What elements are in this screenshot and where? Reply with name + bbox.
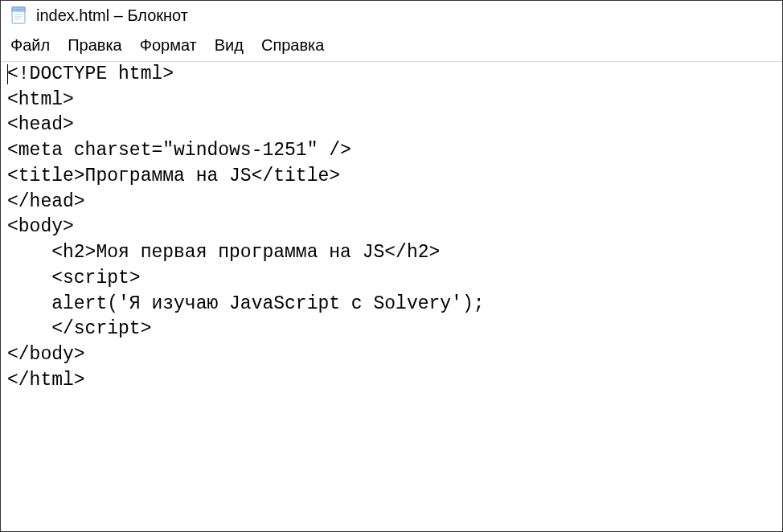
line: <h2>Моя первая программа на JS</h2> (7, 242, 440, 263)
svg-point-5 (21, 9, 22, 10)
line: </script> (7, 318, 151, 339)
line: </body> (7, 344, 85, 365)
notepad-window: index.html – Блокнот Файл Правка Формат … (0, 0, 783, 532)
menu-format[interactable]: Формат (138, 35, 199, 56)
svg-rect-1 (12, 7, 25, 11)
menu-view[interactable]: Вид (213, 35, 245, 56)
line: <body> (7, 216, 74, 237)
editor-area[interactable]: <!DOCTYPE html> <html> <head> <meta char… (1, 62, 782, 531)
line: <head> (7, 114, 74, 135)
line: <html> (7, 89, 74, 110)
line: </html> (7, 370, 85, 391)
line: <!DOCTYPE html> (7, 63, 174, 84)
svg-point-4 (18, 9, 19, 10)
menu-help[interactable]: Справка (260, 35, 326, 56)
line: <script> (7, 268, 141, 289)
menu-edit[interactable]: Правка (66, 35, 124, 56)
svg-point-3 (16, 9, 17, 10)
line: alert('Я изучаю JavaScript c Solvery'); (7, 293, 485, 314)
line: </head> (7, 191, 85, 212)
window-title: index.html – Блокнот (36, 6, 188, 25)
title-bar: index.html – Блокнот (1, 1, 782, 30)
line: <meta charset="windows-1251" /> (7, 140, 351, 161)
notepad-icon (9, 6, 28, 25)
menu-bar: Файл Правка Формат Вид Справка (1, 30, 782, 62)
line: <title>Программа на JS</title> (7, 166, 340, 186)
svg-point-2 (14, 9, 14, 10)
menu-file[interactable]: Файл (9, 35, 51, 56)
